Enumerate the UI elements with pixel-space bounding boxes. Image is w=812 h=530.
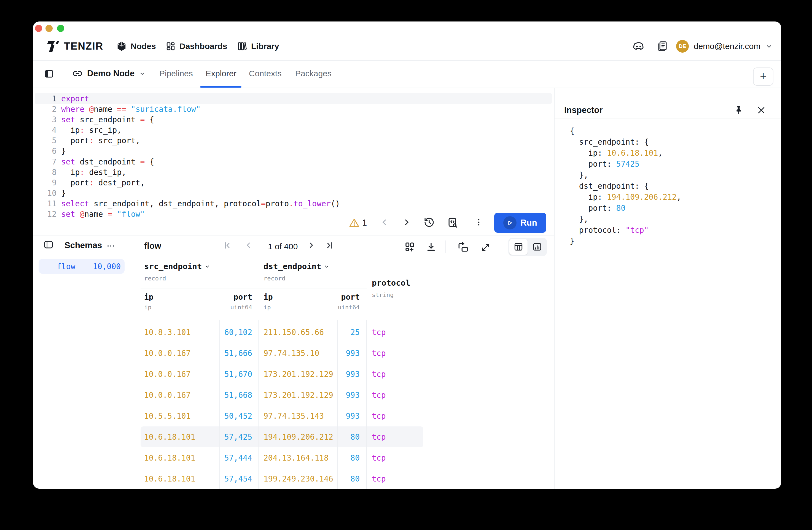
expand-button[interactable] — [480, 242, 491, 254]
download-button[interactable] — [425, 241, 437, 253]
add-to-dashboard-button[interactable] — [404, 241, 416, 254]
cell-protocol[interactable]: tcp — [366, 474, 423, 484]
cell-dst_port[interactable]: 993 — [337, 370, 366, 379]
query-editor[interactable]: 1export2where @name == "suricata.flow"3s… — [33, 88, 554, 236]
cell-dst_ip[interactable]: 204.13.164.118 — [258, 453, 337, 462]
brand-logo[interactable]: TENZIR — [46, 35, 103, 58]
nav-item-nodes[interactable]: Nodes — [116, 35, 156, 58]
pin-inspector-button[interactable] — [733, 105, 744, 116]
node-selector[interactable]: Demo Node — [72, 60, 146, 87]
cell-src_ip[interactable]: 10.0.0.167 — [141, 370, 219, 379]
docs-button[interactable] — [656, 35, 668, 58]
add-tab-button[interactable]: + — [753, 68, 773, 86]
cell-protocol[interactable]: tcp — [366, 370, 423, 379]
column-protocol[interactable]: protocol — [372, 278, 410, 288]
history-forward-button[interactable] — [402, 218, 411, 227]
close-inspector-button[interactable] — [756, 105, 766, 115]
cell-protocol[interactable]: tcp — [366, 453, 423, 462]
nav-item-library[interactable]: Library — [237, 35, 279, 58]
cell-src_port[interactable]: 50,452 — [219, 412, 258, 421]
cell-src_ip[interactable]: 10.5.5.101 — [141, 412, 219, 421]
cell-dst_ip[interactable]: 97.74.135.143 — [258, 412, 337, 421]
cell-dst_ip[interactable]: 211.150.65.66 — [258, 328, 337, 337]
cell-dst_ip[interactable]: 199.249.230.146 — [258, 474, 337, 484]
run-button[interactable]: Run — [494, 213, 546, 233]
table-row[interactable]: 10.6.18.10157,454199.249.230.14680tcp — [141, 468, 423, 489]
cell-protocol[interactable]: tcp — [366, 328, 423, 337]
table-row[interactable]: 10.8.3.10160,102211.150.65.6625tcp — [141, 322, 423, 343]
cell-protocol[interactable]: tcp — [366, 349, 423, 358]
column-group-src-endpoint[interactable]: src_endpoint — [144, 262, 210, 271]
editor-line[interactable]: 1export — [33, 94, 554, 104]
cell-dst_ip[interactable]: 173.201.192.129 — [258, 370, 337, 379]
editor-line[interactable]: 8 ip: dest_ip, — [33, 167, 554, 178]
user-menu[interactable]: DE demo@tenzir.com — [676, 35, 772, 58]
table-row[interactable]: 10.0.0.16751,66697.74.135.10993tcp — [141, 343, 423, 364]
cell-dst_ip[interactable]: 173.201.192.129 — [258, 391, 337, 400]
cell-src_port[interactable]: 51,668 — [219, 391, 258, 400]
editor-line[interactable]: 6} — [33, 146, 554, 157]
table-row[interactable]: 10.6.18.10157,425194.109.206.21280tcp — [141, 426, 423, 447]
last-page-button[interactable] — [325, 241, 334, 250]
tab-pipelines[interactable]: Pipelines — [159, 60, 193, 87]
subcolumn-src-port[interactable]: portuint64 — [219, 293, 258, 311]
history-back-button[interactable] — [380, 218, 389, 227]
pivot-button[interactable] — [457, 241, 469, 254]
diagnostics-warning[interactable]: 1 — [349, 218, 367, 228]
tab-packages[interactable]: Packages — [295, 60, 332, 87]
editor-line[interactable]: 11select src_endpoint, dst_endpoint, pro… — [33, 198, 554, 209]
cell-dst_port[interactable]: 993 — [337, 412, 366, 421]
editor-line[interactable]: 2where @name == "suricata.flow" — [33, 104, 554, 115]
schema-item-flow[interactable]: flow 10,000 — [39, 259, 125, 274]
cell-src_ip[interactable]: 10.6.18.101 — [141, 474, 219, 484]
editor-line[interactable]: 3set src_endpoint = { — [33, 115, 554, 125]
prev-page-button[interactable] — [244, 241, 253, 250]
first-page-button[interactable] — [223, 241, 232, 250]
tab-contexts[interactable]: Contexts — [249, 60, 281, 87]
cell-src_ip[interactable]: 10.8.3.101 — [141, 328, 219, 337]
editor-line[interactable]: 4 ip: src_ip, — [33, 125, 554, 135]
table-view-button[interactable] — [509, 239, 527, 255]
cell-src_port[interactable]: 57,454 — [219, 474, 258, 484]
collapse-schemas-button[interactable] — [44, 240, 54, 250]
cell-src_port[interactable]: 51,670 — [219, 370, 258, 379]
subcolumn-src-ip[interactable]: ipip — [141, 293, 219, 311]
cell-dst_ip[interactable]: 97.74.135.10 — [258, 349, 337, 358]
cell-protocol[interactable]: tcp — [366, 391, 423, 400]
editor-line[interactable]: 7set dst_endpoint = { — [33, 157, 554, 167]
cell-protocol[interactable]: tcp — [366, 412, 423, 421]
table-row[interactable]: 10.5.5.10150,45297.74.135.143993tcp — [141, 406, 423, 426]
inspector-json-view[interactable]: { src_endpoint: { ip: 10.6.18.101, port:… — [570, 126, 681, 247]
discord-button[interactable] — [632, 35, 646, 58]
editor-menu-button[interactable] — [474, 218, 483, 227]
cell-src_ip[interactable]: 10.6.18.101 — [141, 432, 219, 442]
schemas-menu-button[interactable] — [105, 241, 116, 251]
cell-src_ip[interactable]: 10.6.18.101 — [141, 453, 219, 462]
table-row[interactable]: 10.6.18.10157,444204.13.164.11880tcp — [141, 447, 423, 468]
cell-dst_port[interactable]: 993 — [337, 349, 366, 358]
tab-explorer[interactable]: Explorer — [206, 60, 236, 87]
table-row[interactable]: 10.0.0.16751,668173.201.192.129993tcp — [141, 385, 423, 406]
subcolumn-dst-port[interactable]: portuint64 — [337, 293, 366, 311]
cell-src_port[interactable]: 57,444 — [219, 453, 258, 462]
query-history-button[interactable] — [423, 217, 435, 228]
editor-line[interactable]: 10} — [33, 188, 554, 198]
cell-dst_port[interactable]: 25 — [337, 328, 366, 337]
editor-line[interactable]: 5 port: src_port, — [33, 135, 554, 146]
editor-line[interactable]: 9 port: dest_port, — [33, 178, 554, 188]
cell-src_ip[interactable]: 10.0.0.167 — [141, 391, 219, 400]
subcolumn-dst-ip[interactable]: ipip — [258, 293, 337, 311]
cell-src_port[interactable]: 57,425 — [219, 432, 258, 442]
query-snippets-button[interactable] — [447, 217, 459, 229]
table-row[interactable]: 10.0.0.16751,670173.201.192.129993tcp — [141, 364, 423, 385]
cell-dst_port[interactable]: 80 — [337, 474, 366, 484]
nav-item-dashboards[interactable]: Dashboards — [166, 35, 227, 58]
cell-dst_port[interactable]: 80 — [337, 453, 366, 462]
cell-dst_ip[interactable]: 194.109.206.212 — [258, 432, 337, 442]
cell-dst_port[interactable]: 993 — [337, 391, 366, 400]
chart-view-button[interactable] — [529, 239, 546, 255]
next-page-button[interactable] — [307, 241, 316, 250]
cell-src_port[interactable]: 60,102 — [219, 328, 258, 337]
cell-src_ip[interactable]: 10.0.0.167 — [141, 349, 219, 358]
cell-src_port[interactable]: 51,666 — [219, 349, 258, 358]
